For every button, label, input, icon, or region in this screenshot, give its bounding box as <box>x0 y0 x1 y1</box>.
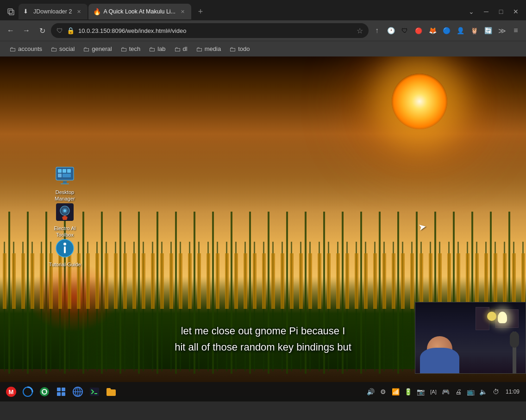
light-bulb <box>498 312 507 323</box>
share-button[interactable]: ↑ <box>370 24 383 37</box>
sun-glow <box>392 74 447 129</box>
tab-jdownloader[interactable]: ⬇ JDownloader 2 ✕ <box>19 4 88 19</box>
tray-icon-4[interactable]: 🔋 <box>403 386 414 397</box>
svg-rect-5 <box>67 169 71 173</box>
desktop-area[interactable]: DesktopManager Electro AIToolbox <box>0 56 526 401</box>
taskbar-icon-browser[interactable] <box>70 384 85 399</box>
nav-right-buttons: ↑ 🕐 🛡 🔴 🦊 🔵 👤 🦉 🔄 ≫ ≡ <box>370 24 522 37</box>
shield-icon: 🛡 <box>56 27 63 34</box>
svg-rect-4 <box>63 169 66 173</box>
taskbar-icon-sync[interactable] <box>37 384 52 399</box>
tray-icon-2[interactable]: ⚙ <box>378 386 389 397</box>
tray-icon-10[interactable]: 🔈 <box>478 386 489 397</box>
svg-rect-24 <box>62 388 65 391</box>
bookmark-tech-label: tech <box>129 45 141 52</box>
tray-icon-6[interactable]: [A] <box>428 386 439 397</box>
ext-icon-3[interactable]: 🦊 <box>426 24 439 37</box>
tab-jdownloader-close[interactable]: ✕ <box>75 7 83 16</box>
svg-rect-25 <box>57 392 61 396</box>
desktop-icon-electro-toolbox[interactable]: Electro AIToolbox <box>46 199 83 240</box>
bookmark-dl-label: dl <box>183 45 188 52</box>
tray-icon-8[interactable]: 🖨 <box>453 386 464 397</box>
more-extensions-button[interactable]: ≫ <box>495 24 508 37</box>
ext-icon-6[interactable]: 🦉 <box>468 24 481 37</box>
desktop-icon-desktop-manager[interactable]: DesktopManager <box>46 163 83 204</box>
ext-icon-4[interactable]: 🔵 <box>440 24 453 37</box>
address-bar[interactable]: 🛡 🔒 10.0.23.150:8096/web/index.html#/vid… <box>51 23 369 38</box>
bookmark-accounts[interactable]: 🗀 accounts <box>6 44 46 55</box>
extensions-button[interactable]: 🕐 <box>384 24 397 37</box>
ext-icon-1[interactable]: 🛡 <box>398 24 411 37</box>
svg-point-15 <box>63 243 66 245</box>
nav-bar: ← → ↻ 🛡 🔒 10.0.23.150:8096/web/index.htm… <box>0 20 526 41</box>
folder-icon-social: 🗀 <box>50 45 57 53</box>
svg-rect-3 <box>58 169 62 173</box>
ext-icon-2[interactable]: 🔴 <box>412 24 425 37</box>
tab-makulu-close[interactable]: ✕ <box>178 7 187 16</box>
taskbar-icon-terminal[interactable] <box>87 384 102 399</box>
pip-webcam <box>415 302 526 374</box>
bookmark-social-label: social <box>59 45 75 52</box>
tab-jdownloader-title: JDownloader 2 <box>33 8 72 15</box>
browser-chrome: ⬇ JDownloader 2 ✕ 🔥 A Quick Look At Maku… <box>0 0 526 56</box>
webcam-content <box>415 302 526 373</box>
bookmark-tech[interactable]: 🗀 tech <box>117 44 144 55</box>
bookmark-accounts-label: accounts <box>18 45 42 52</box>
bookmark-lab[interactable]: 🗀 lab <box>145 44 169 55</box>
minimize-button[interactable]: ─ <box>480 5 493 18</box>
svg-rect-23 <box>57 388 61 391</box>
tab-makulu[interactable]: 🔥 A Quick Look At Makulu Li... ✕ <box>88 4 191 19</box>
taskbar-icon-files[interactable] <box>104 384 119 399</box>
desktop-icon-tutorial-guide[interactable]: Tutorial-Guide <box>46 235 83 270</box>
svg-point-20 <box>40 387 49 396</box>
new-window-button[interactable] <box>4 5 18 19</box>
bookmark-social[interactable]: 🗀 social <box>47 44 78 55</box>
svg-point-13 <box>63 209 66 212</box>
lock-icon: 🔒 <box>67 27 75 34</box>
taskbar-icon-spinner[interactable] <box>20 384 35 399</box>
bookmark-star-icon[interactable]: ☆ <box>357 26 363 35</box>
folder-icon-dl: 🗀 <box>174 45 181 53</box>
forward-button[interactable]: → <box>19 24 33 38</box>
bookmark-todo-label: todo <box>238 45 250 52</box>
desktop-manager-icon <box>54 165 76 187</box>
new-tab-button[interactable]: + <box>194 5 207 18</box>
ext-icon-7[interactable]: 🔄 <box>482 24 495 37</box>
svg-text:M: M <box>9 389 14 395</box>
svg-rect-26 <box>62 392 65 396</box>
taskbar-icon-grid[interactable] <box>54 384 69 399</box>
below-browser-area <box>0 401 526 420</box>
bookmark-dl[interactable]: 🗀 dl <box>170 44 191 55</box>
bookmark-todo[interactable]: 🗀 todo <box>225 44 253 55</box>
tab-bar-right: ⌄ ─ □ ✕ <box>465 5 522 18</box>
tab-makulu-title: A Quick Look At Makulu Li... <box>103 8 175 15</box>
svg-rect-9 <box>61 183 69 184</box>
tutorial-guide-icon <box>54 237 76 259</box>
svg-rect-0 <box>8 9 13 13</box>
tray-icon-7[interactable]: 🎮 <box>440 386 451 397</box>
maximize-button[interactable]: □ <box>495 5 507 18</box>
folder-icon-tech: 🗀 <box>120 45 127 53</box>
more-tabs-button[interactable]: ⌄ <box>465 5 478 18</box>
folder-icon: 🗀 <box>9 45 16 53</box>
svg-rect-7 <box>63 174 71 177</box>
main-content: DesktopManager Electro AIToolbox <box>0 56 526 401</box>
tray-icon-9[interactable]: 📺 <box>465 386 476 397</box>
tray-icon-5[interactable]: 📷 <box>415 386 426 397</box>
bookmark-general[interactable]: 🗀 general <box>79 44 115 55</box>
back-button[interactable]: ← <box>4 24 18 38</box>
bookmark-lab-label: lab <box>157 45 165 52</box>
taskbar-icon-mega[interactable]: M <box>4 384 19 399</box>
menu-button[interactable]: ≡ <box>509 24 522 37</box>
refresh-button[interactable]: ↻ <box>35 24 49 38</box>
tray-icon-11[interactable]: ⏱ <box>490 386 501 397</box>
bookmarks-bar: 🗀 accounts 🗀 social 🗀 general 🗀 tech 🗀 l… <box>0 41 526 56</box>
svg-rect-6 <box>58 174 62 177</box>
close-button[interactable]: ✕ <box>509 5 522 18</box>
ext-icon-5[interactable]: 👤 <box>454 24 467 37</box>
taskbar-time: 11:09 <box>503 389 522 395</box>
bookmark-media[interactable]: 🗀 media <box>192 44 225 55</box>
tray-icon-3[interactable]: 📶 <box>390 386 401 397</box>
tutorial-guide-label: Tutorial-Guide <box>49 261 81 268</box>
tray-icon-1[interactable]: 🔊 <box>365 386 376 397</box>
